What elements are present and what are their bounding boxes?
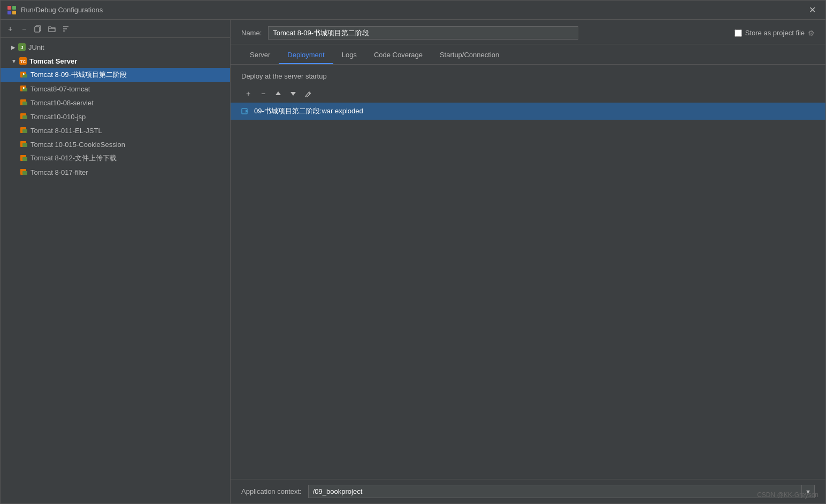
svg-rect-31 xyxy=(22,171,27,175)
title-bar-left: Run/Debug Configurations xyxy=(7,5,103,15)
tree-item-label-4: Tomcat10-010-jsp xyxy=(30,113,86,121)
tree-item-tomcat1[interactable]: ▶ Tomcat 8-09-书城项目第二阶段 xyxy=(1,68,230,82)
tomcat-item-icon-1: ▶ xyxy=(20,71,28,79)
svg-rect-23 xyxy=(22,115,27,119)
tomcat-item-icon-8 xyxy=(20,168,28,176)
svg-text:J: J xyxy=(20,45,23,50)
copy-config-button[interactable] xyxy=(32,22,44,35)
tree-group-junit[interactable]: ▶ J JUnit xyxy=(1,40,230,54)
tree-item-tomcat6[interactable]: Tomcat 10-015-CookieSession xyxy=(1,137,230,151)
tomcat-item-icon-3 xyxy=(20,98,28,107)
tree-group-tomcat[interactable]: ▼ TC Tomcat Server xyxy=(1,54,230,68)
svg-marker-33 xyxy=(290,92,296,96)
dialog-title: Run/Debug Configurations xyxy=(21,6,103,14)
deploy-section-title: Deploy at the server startup xyxy=(231,65,825,84)
tomcat-group-icon: TC xyxy=(19,57,27,65)
context-input[interactable] xyxy=(308,485,802,498)
name-row: Name: xyxy=(241,26,578,40)
tab-logs[interactable]: Logs xyxy=(333,46,365,64)
tree-item-tomcat7[interactable]: Tomcat 8-012-文件上传下载 xyxy=(1,151,230,165)
title-bar: Run/Debug Configurations ✕ xyxy=(1,1,825,20)
tabs-bar: Server Deployment Logs Code Coverage Sta… xyxy=(231,44,825,65)
tree-item-label-7: Tomcat 8-012-文件上传下载 xyxy=(30,153,117,163)
junit-label: JUnit xyxy=(28,43,44,51)
tab-deployment[interactable]: Deployment xyxy=(279,46,333,64)
right-header: Name: Store as project file ⚙ xyxy=(231,20,825,44)
context-label: Application context: xyxy=(241,487,302,495)
gear-icon[interactable]: ⚙ xyxy=(808,29,815,37)
tomcat-item-icon-4 xyxy=(20,112,28,121)
svg-rect-5 xyxy=(35,27,40,32)
add-config-button[interactable]: + xyxy=(4,22,17,35)
edit-pencil-icon xyxy=(305,90,312,97)
svg-marker-32 xyxy=(276,91,281,95)
sort-button[interactable] xyxy=(59,22,72,35)
store-row: Store as project file ⚙ xyxy=(735,29,815,37)
close-button[interactable]: ✕ xyxy=(806,4,819,16)
deployment-content: Deploy at the server startup + − xyxy=(231,65,825,503)
left-panel: + − xyxy=(1,20,231,503)
down-arrow-icon xyxy=(290,90,296,97)
tree-item-label-6: Tomcat 10-015-CookieSession xyxy=(30,141,125,149)
tomcat-item-icon-6 xyxy=(20,140,28,149)
svg-rect-21 xyxy=(22,102,27,105)
deploy-add-button[interactable]: + xyxy=(241,87,255,100)
context-input-wrap: ▼ xyxy=(308,485,815,498)
svg-rect-2 xyxy=(7,11,11,14)
tree-item-label-3: Tomcat10-08-servlet xyxy=(30,99,94,107)
watermark: CSDN @KK-Greyson xyxy=(757,491,819,499)
svg-rect-27 xyxy=(22,143,27,147)
svg-rect-3 xyxy=(12,11,16,14)
up-arrow-icon xyxy=(275,90,281,97)
main-content: + − xyxy=(1,20,825,503)
bottom-bar: Application context: ▼ xyxy=(231,479,825,503)
deploy-up-button[interactable] xyxy=(271,87,285,100)
tree-item-tomcat2[interactable]: ▶ Tomcat8-07-tomcat xyxy=(1,82,230,96)
tree-item-tomcat8[interactable]: Tomcat 8-017-filter xyxy=(1,165,230,179)
deploy-down-button[interactable] xyxy=(286,87,300,100)
deploy-list: 09-书城项目第二阶段:war exploded xyxy=(231,103,825,475)
svg-rect-25 xyxy=(22,129,27,133)
tree-item-tomcat5[interactable]: Tomcat 8-011-EL-JSTL xyxy=(1,123,230,137)
svg-text:TC: TC xyxy=(20,59,26,64)
folder-icon xyxy=(48,25,56,33)
tab-coverage[interactable]: Code Coverage xyxy=(365,46,431,64)
tree-item-label-1: Tomcat 8-09-书城项目第二阶段 xyxy=(30,70,127,80)
tomcat-group-label: Tomcat Server xyxy=(29,57,77,65)
deploy-item-icon-1 xyxy=(241,107,250,115)
run-debug-dialog: Run/Debug Configurations ✕ + − xyxy=(0,0,826,504)
tomcat-item-icon-7 xyxy=(20,154,28,162)
name-input[interactable] xyxy=(268,26,578,40)
deploy-item-1[interactable]: 09-书城项目第二阶段:war exploded xyxy=(231,103,825,120)
tab-startup[interactable]: Startup/Connection xyxy=(431,46,508,64)
tree-item-label-2: Tomcat8-07-tomcat xyxy=(30,85,90,93)
deploy-item-label-1: 09-书城项目第二阶段:war exploded xyxy=(254,106,363,116)
tomcat-item-icon-5 xyxy=(20,126,28,135)
tree-item-label-8: Tomcat 8-017-filter xyxy=(30,168,88,176)
svg-rect-1 xyxy=(12,6,16,10)
tomcat-item-icon-2: ▶ xyxy=(20,84,28,93)
deploy-edit-button[interactable] xyxy=(301,87,316,100)
copy-icon xyxy=(34,25,42,33)
deploy-remove-button[interactable]: − xyxy=(256,87,270,100)
deploy-toolbar: + − xyxy=(231,84,825,103)
store-project-label: Store as project file xyxy=(745,29,805,37)
right-panel: Name: Store as project file ⚙ Server Dep… xyxy=(231,20,825,503)
sort-icon xyxy=(62,25,70,33)
name-label: Name: xyxy=(241,29,262,37)
svg-rect-0 xyxy=(7,6,11,10)
app-icon xyxy=(7,5,17,15)
folder-button[interactable] xyxy=(45,22,58,35)
junit-chevron: ▶ xyxy=(11,44,16,50)
tree-area: ▶ J JUnit ▼ TC xyxy=(1,38,230,503)
tab-server[interactable]: Server xyxy=(241,46,279,64)
junit-icon: J xyxy=(18,43,26,51)
left-toolbar: + − xyxy=(1,20,230,38)
tree-item-label-5: Tomcat 8-011-EL-JSTL xyxy=(30,127,102,135)
tomcat-chevron: ▼ xyxy=(11,58,17,64)
store-project-checkbox[interactable] xyxy=(735,29,742,37)
tree-item-tomcat4[interactable]: Tomcat10-010-jsp xyxy=(1,110,230,123)
remove-config-button[interactable]: − xyxy=(18,22,30,35)
tree-item-tomcat3[interactable]: Tomcat10-08-servlet xyxy=(1,96,230,110)
svg-rect-29 xyxy=(22,157,27,161)
